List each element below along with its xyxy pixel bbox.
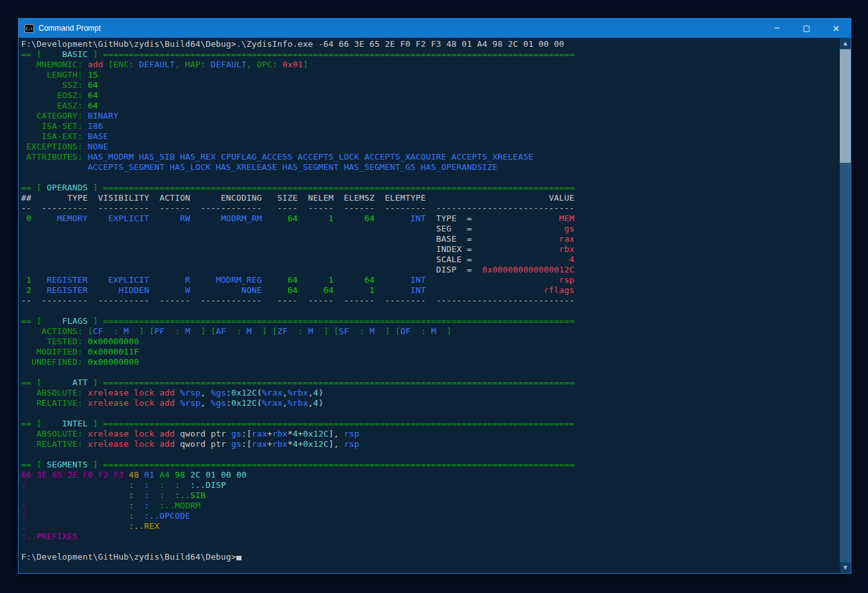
token: :	[134, 490, 149, 500]
token: ],	[329, 429, 344, 438]
token: :[	[242, 439, 252, 449]
token: EASZ:	[21, 101, 88, 110]
token: [	[149, 326, 154, 336]
console-line-5: EOSZ: 64	[21, 90, 840, 101]
titlebar[interactable]: C:\ Command Prompt ─ □ ×	[19, 19, 851, 38]
token: rax	[472, 234, 575, 244]
token: rsp	[344, 439, 359, 449]
token: 0x12C	[231, 388, 257, 397]
token: xrelease	[88, 429, 129, 438]
token: R	[149, 275, 190, 285]
token: EXCEPTIONS:	[21, 142, 88, 151]
token: , OPC:	[247, 60, 283, 69]
token: qword ptr	[175, 439, 231, 449]
token: DEFAULT	[139, 60, 175, 69]
token: :	[411, 326, 431, 336]
token: ACTIONS:	[21, 326, 88, 336]
scrollbar-thumb[interactable]	[840, 49, 851, 163]
token	[129, 439, 134, 449]
token: rbx	[272, 429, 288, 438]
token: rax	[252, 429, 267, 438]
token: 0	[21, 213, 31, 223]
console-line-24: 2 REGISTER HIDDEN W NONE 64 64 1 INT rfl…	[21, 285, 840, 296]
token: [	[211, 326, 216, 336]
token: %rsp	[180, 388, 201, 397]
console-line-45: : : : :..MODRM	[21, 501, 840, 511]
console-line-47: : :..REX	[21, 521, 840, 531]
token: :	[26, 480, 134, 490]
cmd-icon[interactable]: C:\	[24, 24, 34, 33]
token: :..PREFIXES	[21, 531, 78, 541]
token: %rax	[262, 398, 283, 408]
token: AF	[216, 326, 226, 336]
token: 0x12C	[303, 429, 329, 438]
minimize-button[interactable]: ─	[762, 19, 792, 38]
token: :	[21, 501, 26, 510]
token: :	[134, 480, 149, 490]
token: == [	[21, 419, 47, 428]
console-line-18: SEG = gs	[21, 224, 840, 234]
token: 2	[21, 285, 31, 295]
token: F:\Development\GitHub\zydis\Build64\Debu…	[21, 39, 564, 49]
maximize-button[interactable]: □	[792, 19, 821, 38]
token: ========================================…	[103, 183, 575, 192]
token: SEGMENTS	[47, 460, 88, 469]
token: [ENC:	[103, 60, 139, 69]
token: xrelease	[88, 398, 129, 408]
close-button[interactable]: ×	[821, 19, 851, 38]
token: ## TYPE VISIBILITY ACTION ENCODING SIZE …	[21, 193, 426, 203]
token: EXPLICIT	[88, 275, 149, 285]
console-line-1: == [ BASIC ] ===========================…	[21, 49, 840, 60]
desktop: { "window": { "title": "Command Prompt",…	[0, 0, 868, 593]
token: SF	[339, 326, 349, 336]
token: RW	[149, 213, 190, 223]
token: :	[26, 511, 134, 521]
token: ]	[88, 419, 103, 428]
console-line-26	[21, 306, 840, 316]
token: lock	[134, 388, 154, 397]
token: gs	[231, 429, 242, 438]
token: ABSOLUTE:	[21, 388, 88, 397]
token: )	[318, 398, 323, 408]
scroll-down-button[interactable]: ▼	[840, 562, 851, 573]
token	[175, 398, 180, 408]
console-line-44: : : : : :..SIB	[21, 490, 840, 501]
token: %rax	[262, 388, 283, 397]
console-line-28: ACTIONS: [CF : M ] [PF : M ] [AF : M ] […	[21, 326, 840, 337]
token: %gs	[211, 398, 226, 408]
token: , MAP:	[175, 60, 211, 69]
token: SCALE =	[21, 255, 472, 264]
token: M	[124, 326, 129, 336]
token: %rbx	[288, 388, 308, 397]
token: gs	[231, 439, 242, 449]
token: :	[226, 388, 231, 397]
token: lock	[134, 398, 154, 408]
token: 4	[313, 388, 318, 397]
token: RELATIVE:	[21, 439, 88, 449]
console-line-15: ## TYPE VISIBILITY ACTION ENCODING SIZE …	[21, 193, 840, 203]
token: )	[318, 388, 323, 397]
token: ISA-EXT:	[21, 131, 88, 141]
scroll-up-button[interactable]: ▲	[840, 38, 851, 49]
console-line-4: SSZ: 64	[21, 80, 840, 90]
token: SEG =	[21, 224, 472, 233]
token: +	[298, 429, 303, 438]
token	[129, 398, 134, 408]
token: I86	[88, 121, 103, 131]
token	[154, 398, 160, 408]
token: 64	[334, 213, 375, 223]
console[interactable]: F:\Development\GitHub\zydis\Build64\Debu…	[19, 38, 851, 573]
token: *	[288, 439, 293, 449]
token: 0x00000000	[88, 337, 139, 346]
console-output[interactable]: F:\Development\GitHub\zydis\Build64\Debu…	[19, 38, 840, 573]
token	[154, 429, 160, 438]
token: ACCEPTS_SEGMENT HAS_LOCK HAS_XRELEASE HA…	[21, 162, 498, 172]
scrollbar[interactable]: ▲ ▼	[840, 38, 851, 573]
token: HAS_MODRM HAS_SIB HAS_REX CPUFLAG_ACCESS…	[88, 152, 534, 162]
token: :	[21, 490, 26, 500]
token: add	[160, 429, 175, 438]
token: :	[149, 490, 165, 500]
token: ZF	[277, 326, 288, 336]
console-line-39: RELATIVE: xrelease lock add qword ptr gs…	[21, 439, 840, 449]
console-line-2: MNEMONIC: add [ENC: DEFAULT, MAP: DEFAUL…	[21, 60, 840, 70]
